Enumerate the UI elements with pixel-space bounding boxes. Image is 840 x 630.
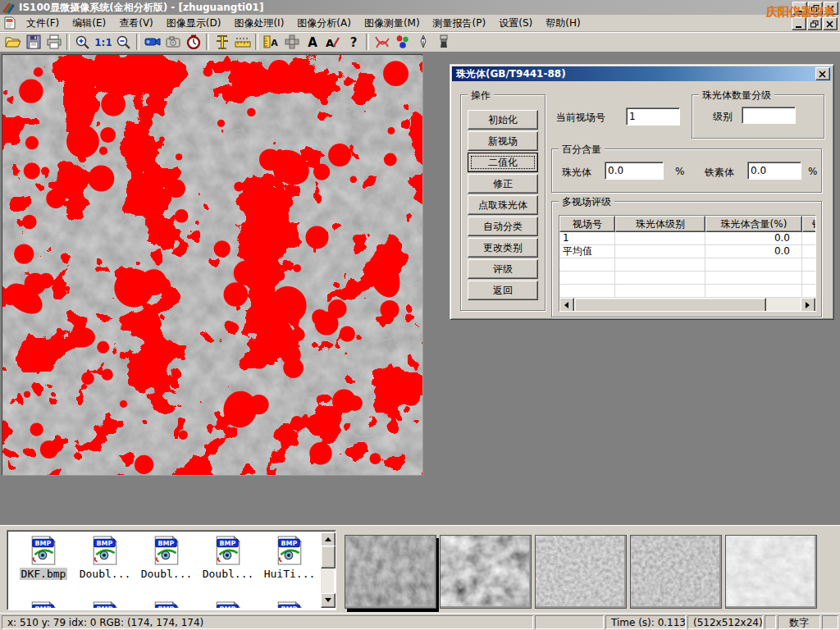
file-name[interactable]: Doubl... [78,568,133,580]
pearlite-percent-input[interactable] [605,162,664,180]
init-button[interactable]: 初始化 [468,110,538,130]
snapshot-icon[interactable] [162,33,183,51]
scroll-right-icon[interactable] [801,298,815,312]
new-field-button[interactable]: 新视场 [468,131,538,151]
scroll-left-icon[interactable] [559,298,574,312]
menu-image-processing[interactable]: 图像处理(I) [227,15,290,32]
video-capture-icon[interactable] [142,33,162,51]
print-icon[interactable] [43,33,64,51]
return-button[interactable]: 返回 [468,281,538,300]
file-item[interactable] [14,601,73,608]
table-row[interactable]: 1 0.0 [559,232,815,245]
zoom-out-icon[interactable] [113,33,134,51]
multifield-table[interactable]: 视场号 珠光体级别 珠光体含量(%) 铁素体 1 0.0 平均值 [559,215,816,312]
ruler-icon[interactable] [232,33,253,51]
thumbnail-2[interactable] [440,535,532,609]
window-title: IS100显微摄像系统(金相分析版) - [zhuguangti01] [19,1,263,15]
file-item[interactable]: Doubl... [199,536,258,580]
metallographic-image-canvas[interactable] [2,54,423,476]
toolbar: 1:1 A A A ? [0,32,840,52]
help-icon[interactable]: ? [343,33,363,51]
dialog-title-bar[interactable]: 珠光体(GB/T9441-88) [452,66,832,81]
file-name[interactable]: Doubl... [201,568,256,580]
text-icon[interactable]: A [302,33,322,51]
thumbnail-3[interactable] [535,535,627,609]
timer-icon[interactable] [183,33,203,51]
file-name[interactable]: HuiTi... [262,568,317,580]
file-item[interactable] [137,601,196,608]
dialog-close-icon[interactable] [815,67,830,80]
app-icon [2,2,16,14]
scroll-down-icon[interactable] [321,593,336,608]
bottom-panel: DKF.bmp Doubl... Doubl... Doubl... HuiTi… [0,525,840,613]
measure-text-icon[interactable]: A [261,33,281,51]
mode-status: 数字 [778,615,820,629]
file-item[interactable]: Doubl... [137,536,196,580]
title-bar: IS100显微摄像系统(金相分析版) - [zhuguangti01] [0,0,840,15]
col-field-no[interactable]: 视场号 [559,216,615,232]
menu-file[interactable]: 文件(F) [20,15,66,32]
status-spacer [765,615,776,629]
toolbar-separator [255,34,258,50]
file-item[interactable] [260,601,319,608]
zoom-in-icon[interactable] [72,33,93,51]
caliper-icon[interactable] [212,33,232,51]
col-pearlite-content[interactable]: 珠光体含量(%) [705,216,802,232]
svg-text:A: A [325,37,333,49]
binarize-button[interactable]: 二值化 [468,153,538,172]
curve-tool-icon[interactable] [372,33,392,51]
open-icon[interactable] [2,33,23,51]
picker-icon[interactable] [413,33,433,51]
scroll-thumb[interactable] [321,546,336,568]
file-name[interactable]: Doubl... [139,568,194,580]
menu-view[interactable]: 查看(V) [112,15,160,32]
thumbnail-4[interactable] [630,535,722,609]
file-item[interactable] [75,601,135,608]
change-class-button[interactable]: 更改类别 [468,238,538,258]
scroll-thumb[interactable] [574,298,766,312]
grade-button[interactable]: 评级 [468,259,538,279]
col-pearlite-grade[interactable]: 珠光体级别 [615,216,705,232]
menu-edit[interactable]: 编辑(E) [66,15,112,32]
menu-image-measure[interactable]: 图像测量(M) [358,15,427,32]
file-list-scrollbar[interactable] [321,532,334,608]
correct-button[interactable]: 修正 [468,174,538,194]
table-h-scrollbar[interactable] [559,298,815,311]
operations-group-label: 操作 [468,89,494,103]
menu-settings[interactable]: 设置(S) [492,15,539,32]
grading-group: 珠光体数量分级 级别 [692,94,824,139]
table-row[interactable]: 平均值 0.0 [559,245,815,258]
ferrite-percent-input[interactable] [747,162,801,180]
operations-group: 操作 初始化 新视场 二值化 修正 点取珠光体 自动分类 更改类别 评级 返回 [460,94,546,311]
file-item[interactable]: HuiTi... [260,536,319,580]
table-row-empty [559,272,815,285]
thumbnail-5[interactable] [725,535,817,609]
ferrite-label: 铁素体 [705,166,734,180]
annotate-icon[interactable]: A [322,33,343,51]
grade-input[interactable] [742,107,796,124]
grid-icon[interactable] [281,33,302,51]
file-item[interactable]: Doubl... [75,536,135,580]
file-name[interactable]: DKF.bmp [20,568,68,580]
brush-icon[interactable] [433,33,454,51]
menu-image-display[interactable]: 图像显示(D) [160,15,228,32]
save-icon[interactable] [23,33,43,51]
menu-help[interactable]: 帮助(H) [539,15,587,32]
file-browser[interactable]: DKF.bmp Doubl... Doubl... Doubl... HuiTi… [7,530,336,610]
thumbnail-1[interactable] [345,535,436,609]
percent-group: 百分含量 珠光体 % 铁素体 % [551,148,822,193]
current-field-input[interactable] [626,107,680,126]
table-header-row: 视场号 珠光体级别 珠光体含量(%) 铁素体 [559,216,815,232]
file-item[interactable] [199,601,258,608]
resolution-status: (512x512x24) [687,615,763,629]
menu-measure-report[interactable]: 测量报告(P) [427,15,493,32]
current-field-label: 当前视场号 [556,111,605,125]
auto-classify-button[interactable]: 自动分类 [468,217,538,236]
actual-size-icon[interactable]: 1:1 [93,33,113,51]
phase-markers-icon[interactable] [392,33,413,51]
col-ferrite[interactable]: 铁素体 [802,216,816,232]
menu-image-analysis[interactable]: 图像分析(A) [290,15,358,32]
file-item[interactable]: DKF.bmp [14,536,73,580]
percent-sign: % [808,166,817,177]
pick-pearlite-button[interactable]: 点取珠光体 [468,195,538,215]
